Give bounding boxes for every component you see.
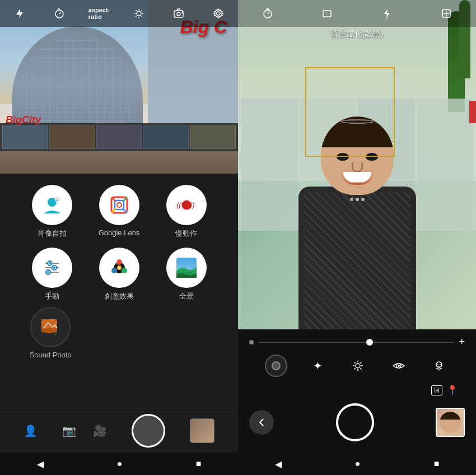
bokeh-slider-row: + [238, 334, 476, 350]
bokeh-slider[interactable] [258, 342, 454, 343]
bokeh-strength-button[interactable] [265, 355, 287, 377]
svg-rect-13 [174, 11, 183, 17]
svg-point-40 [122, 268, 127, 273]
svg-point-41 [111, 268, 117, 273]
right-gallery-thumbnail[interactable] [436, 408, 465, 437]
panorama-icon [166, 248, 207, 288]
left-back-nav[interactable]: ◀ [37, 459, 44, 469]
right-white-balance-icon[interactable] [436, 3, 456, 24]
left-menu-area: ✦ 肖像自拍 Goog [0, 174, 238, 408]
svg-point-39 [116, 259, 122, 265]
face-smooth-button[interactable] [429, 356, 449, 376]
contacts-icon[interactable]: 👤 [24, 424, 38, 437]
right-nav-bar: ◀ ● ■ [238, 453, 476, 475]
svg-point-35 [49, 262, 51, 264]
portrait-selfie-label: 肖像自拍 [38, 229, 67, 239]
svg-text:)): )) [189, 201, 195, 209]
slow-motion-item[interactable]: (( )) 慢動作 [158, 185, 214, 239]
svg-line-11 [141, 10, 142, 11]
slow-motion-label: 慢動作 [175, 229, 197, 239]
manual-item[interactable]: 手動 [24, 248, 80, 301]
panorama-item[interactable]: 全景 [158, 248, 214, 301]
right-toolbar [238, 0, 476, 27]
slider-handle[interactable] [366, 339, 373, 346]
photo-mode-tab[interactable]: 📷 [62, 424, 76, 437]
right-camera-panel: 背景虛化(散景) + ✦ [238, 0, 476, 475]
left-camera-panel: Big C BigCity bauhaus [0, 0, 238, 475]
right-aspect-icon[interactable] [317, 3, 337, 24]
person-body [298, 187, 416, 329]
sparkle-filter-button[interactable]: ✦ [307, 356, 328, 376]
svg-line-59 [354, 362, 356, 364]
svg-point-37 [47, 271, 49, 273]
right-shutter-inner [339, 407, 371, 438]
svg-point-14 [177, 12, 180, 16]
svg-point-36 [53, 267, 55, 269]
svg-point-15 [217, 12, 220, 15]
svg-line-3 [59, 12, 61, 14]
sound-photo-label: Sound Photo [30, 351, 72, 359]
left-photo-preview: Big C BigCity bauhaus [0, 0, 238, 174]
creative-effects-item[interactable]: 創意效果 [91, 248, 147, 301]
red-accent-decoration [469, 101, 476, 123]
timer-icon[interactable] [49, 3, 69, 24]
brightness-icon[interactable] [129, 3, 149, 24]
sparkle-icon: ✦ [313, 359, 323, 372]
svg-line-12 [136, 16, 136, 16]
slider-max-indicator: + [459, 336, 465, 348]
left-home-nav[interactable]: ● [117, 459, 123, 469]
sound-photo-icon: ♪ [30, 307, 71, 347]
right-photo-preview: 背景虛化(散景) [238, 0, 476, 329]
svg-rect-50 [323, 11, 331, 17]
aspect-ratio-label: aspect-ratio [88, 7, 110, 20]
right-shutter-button[interactable] [336, 403, 374, 441]
aspect-ratio-icon[interactable]: aspect-ratio [89, 3, 109, 24]
manual-icon [32, 248, 72, 288]
creative-effects-label: 創意效果 [105, 291, 134, 301]
hdr-badge[interactable]: 回 [431, 385, 442, 395]
slow-motion-icon: (( )) [166, 185, 207, 225]
flash-icon[interactable] [10, 3, 30, 24]
right-back-nav[interactable]: ◀ [275, 459, 282, 469]
bokeh-dot [272, 361, 281, 370]
sound-photo-row: ♪ Sound Photo [24, 307, 214, 359]
svg-point-54 [356, 364, 360, 368]
right-home-nav[interactable]: ● [355, 459, 361, 469]
big-city-text: BigCity [6, 114, 41, 126]
right-back-button[interactable] [249, 410, 274, 435]
portrait-selfie-item[interactable]: ✦ 肖像自拍 [24, 185, 80, 239]
bokeh-mode-label: 背景虛化(散景) [238, 29, 476, 39]
manual-label: 手動 [45, 291, 59, 301]
google-lens-icon [99, 185, 139, 225]
video-mode-tab[interactable]: 🎥 [93, 424, 107, 437]
google-lens-item[interactable]: Google Lens [91, 185, 147, 239]
sound-photo-item[interactable]: ♪ Sound Photo [30, 307, 72, 359]
location-pin-icon[interactable]: 📍 [447, 385, 458, 395]
location-icons-group: 回 📍 [431, 385, 458, 395]
left-bottom-bar: 👤 📷 🎥 [0, 408, 238, 453]
svg-line-62 [354, 368, 356, 369]
creative-effects-icon [99, 248, 139, 288]
right-recent-nav[interactable]: ■ [434, 459, 440, 469]
brightness-filter-button[interactable] [348, 356, 368, 376]
right-timer-icon[interactable] [258, 3, 278, 24]
filter-row: ✦ [238, 350, 476, 381]
svg-point-4 [137, 11, 141, 16]
camera-modes-grid: ✦ 肖像自拍 Goog [24, 185, 214, 301]
mode-tabs: 📷 🎥 [62, 424, 107, 437]
svg-text:((: (( [176, 201, 182, 209]
camera-switch-icon[interactable] [169, 3, 189, 24]
face-detection-box [305, 67, 395, 157]
svg-point-43 [118, 267, 120, 269]
left-recent-nav[interactable]: ■ [196, 459, 202, 469]
google-lens-label: Google Lens [99, 229, 140, 237]
eye-enhance-button[interactable] [389, 356, 409, 376]
settings-icon[interactable] [208, 3, 228, 24]
svg-point-64 [398, 365, 400, 367]
left-shutter-button[interactable] [132, 414, 165, 448]
right-action-row: 回 📍 [238, 381, 476, 399]
right-flash-icon[interactable] [377, 3, 397, 24]
left-toolbar: aspect-ratio [0, 0, 238, 27]
svg-line-49 [268, 12, 269, 14]
left-gallery-thumbnail[interactable] [190, 418, 214, 443]
